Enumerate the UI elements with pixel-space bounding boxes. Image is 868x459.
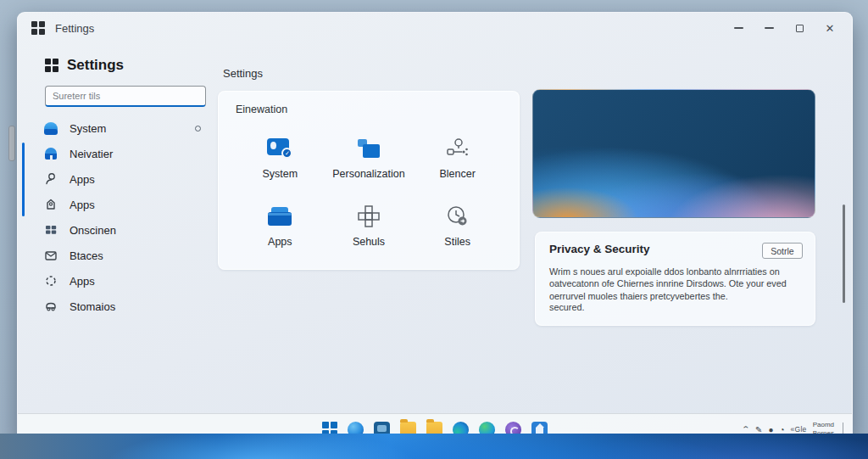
monitor-icon bbox=[358, 134, 380, 163]
tile-apps[interactable]: Apps bbox=[236, 192, 325, 248]
sidebar-item-label: Onscinen bbox=[70, 224, 116, 237]
sidebar-item-label: Btaces bbox=[70, 249, 103, 262]
windows-bloom-hero-image bbox=[532, 89, 815, 218]
close-button[interactable]: ✕ bbox=[815, 13, 845, 43]
sidebar-item-apps-3[interactable]: Apps bbox=[30, 268, 213, 294]
device-icon bbox=[43, 299, 58, 314]
settings-window: Fettings ✕ Settings System bbox=[17, 12, 853, 445]
tag-icon bbox=[43, 197, 58, 212]
selection-accent-bar bbox=[22, 143, 25, 216]
desktop-edge-scroll-tab[interactable] bbox=[8, 126, 15, 161]
tile-sehuls[interactable]: Sehuls bbox=[325, 192, 414, 248]
sidebar-item-apps-2[interactable]: Apps bbox=[30, 192, 213, 217]
laptop-check-icon: ✓ bbox=[267, 134, 292, 163]
privacy-card-body: Wrim s noues arul expoialle ddos lonbant… bbox=[549, 266, 803, 302]
briefcase-icon bbox=[268, 202, 292, 231]
tile-label: Blencer bbox=[439, 168, 475, 180]
settings-tiles-card: Einewation ✓ System Personalization Blen… bbox=[218, 91, 520, 270]
search-input[interactable] bbox=[45, 86, 206, 107]
system-icon bbox=[43, 120, 58, 136]
clock-badge-icon bbox=[445, 202, 470, 231]
titlebar: Fettings ✕ bbox=[18, 13, 852, 43]
sidebar-header: Settings bbox=[30, 57, 213, 74]
grid-icon bbox=[357, 202, 381, 231]
page-title: Settings bbox=[223, 67, 263, 80]
network-globe-icon[interactable]: ◔ bbox=[779, 425, 784, 434]
privacy-card-body-2: secured. bbox=[549, 302, 803, 312]
tile-label: System bbox=[262, 168, 298, 180]
tile-label: Apps bbox=[268, 236, 292, 248]
tile-label: Sehuls bbox=[353, 236, 385, 248]
tile-personalization[interactable]: Personalization bbox=[325, 124, 414, 180]
pen-icon[interactable]: ✎ bbox=[755, 425, 762, 434]
clock-line-1: Paomd bbox=[813, 421, 834, 428]
desktop-wallpaper-strip bbox=[0, 434, 868, 459]
tile-stiles[interactable]: Stiles bbox=[413, 192, 502, 248]
sidebar-item-label: Apps bbox=[70, 199, 95, 211]
sidebar-item-neivatier[interactable]: Neivatier bbox=[30, 141, 213, 166]
tile-blencer[interactable]: Blencer bbox=[413, 124, 502, 180]
tile-label: Stiles bbox=[444, 236, 470, 248]
mail-icon bbox=[43, 248, 58, 263]
grid-squares-icon bbox=[43, 222, 58, 238]
status-ring-icon bbox=[195, 126, 201, 132]
privacy-card-title: Privacy & Security bbox=[549, 243, 650, 255]
tile-label: Personalization bbox=[332, 168, 404, 180]
sidebar-item-system[interactable]: System bbox=[30, 115, 213, 141]
settings-app-icon bbox=[45, 59, 58, 72]
language-indicator[interactable]: «Gle bbox=[790, 425, 806, 434]
sidebar-nav: System Neivatier Apps Apps bbox=[30, 115, 213, 319]
sidebar-item-apps-1[interactable]: Apps bbox=[30, 166, 213, 192]
sidebar-title: Settings bbox=[67, 57, 124, 74]
tiles-grid: ✓ System Personalization Blencer bbox=[236, 124, 502, 248]
person-icon bbox=[43, 171, 58, 187]
dashed-gear-icon bbox=[43, 273, 58, 288]
sidebar-item-stomaios[interactable]: Stomaios bbox=[30, 294, 213, 319]
window-controls: ✕ bbox=[723, 13, 852, 43]
tray-dot-icon[interactable]: ● bbox=[768, 425, 773, 434]
tiles-card-title: Einewation bbox=[236, 104, 502, 115]
privacy-security-card: Privacy & Security Sotrle Wrim s noues a… bbox=[535, 232, 815, 326]
sidebar-item-label: Apps bbox=[70, 275, 95, 288]
tray-chevron-icon[interactable]: ⌃ bbox=[742, 425, 751, 434]
tile-system[interactable]: ✓ System bbox=[236, 124, 325, 180]
home-icon bbox=[43, 146, 58, 161]
sidebar-item-label: Stomaios bbox=[70, 300, 115, 313]
privacy-card-button[interactable]: Sotrle bbox=[762, 243, 803, 259]
devices-link-icon bbox=[445, 134, 470, 163]
sidebar-item-label: Apps bbox=[70, 173, 95, 186]
sidebar-item-btaces[interactable]: Btaces bbox=[30, 243, 213, 268]
window-title: Fettings bbox=[55, 22, 94, 35]
sidebar-item-label: Neivatier bbox=[70, 148, 113, 160]
minimize-button-2[interactable] bbox=[754, 13, 784, 43]
maximize-button[interactable] bbox=[784, 13, 815, 43]
sidebar-item-label: System bbox=[70, 122, 106, 135]
sidebar: Settings System Neivatier bbox=[30, 57, 213, 319]
minimize-button[interactable] bbox=[723, 13, 754, 43]
windows-logo-icon bbox=[31, 21, 45, 35]
sidebar-item-onscinen[interactable]: Onscinen bbox=[30, 217, 213, 243]
vertical-scrollbar[interactable] bbox=[843, 204, 845, 303]
